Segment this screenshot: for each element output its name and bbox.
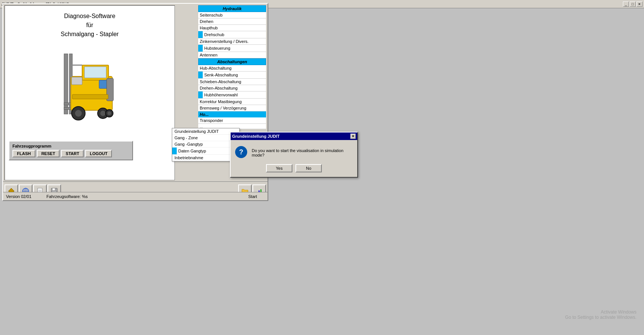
modal-overlay: Grundeinstellung JUDIT ✕ ? Do you want t… xyxy=(0,0,644,335)
modal-yes-button[interactable]: Yes xyxy=(266,164,292,172)
modal-message: Do you want to start the visualisation i… xyxy=(252,146,353,157)
modal-question-icon: ? xyxy=(235,146,247,158)
modal-buttons: Yes No xyxy=(231,163,357,177)
modal-body: ? Do you want to start the visualisation… xyxy=(231,140,357,163)
modal-title: Grundeinstellung JUDIT xyxy=(232,134,280,139)
modal-no-button[interactable]: No xyxy=(295,164,322,172)
modal-dialog: Grundeinstellung JUDIT ✕ ? Do you want t… xyxy=(230,132,358,178)
modal-close-button[interactable]: ✕ xyxy=(350,134,356,139)
modal-titlebar: Grundeinstellung JUDIT ✕ xyxy=(231,132,357,140)
